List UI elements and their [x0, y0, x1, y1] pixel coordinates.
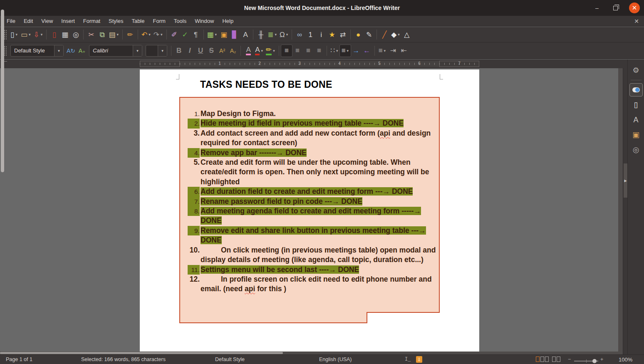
- save-button[interactable]: ⇩▾: [32, 29, 45, 40]
- sidebar-gallery-button[interactable]: ▣: [630, 129, 642, 141]
- align-right-button[interactable]: ≡: [303, 45, 314, 57]
- close-document-button[interactable]: ✕: [634, 18, 639, 25]
- menu-edit[interactable]: Edit: [20, 17, 37, 25]
- new-style-button[interactable]: A₊: [77, 45, 87, 57]
- update-style-button[interactable]: A↻: [65, 45, 77, 57]
- open-dropdown-arrow[interactable]: ▾: [28, 32, 31, 37]
- insert-cross-reference-button[interactable]: ⇄: [337, 29, 348, 40]
- sidebar-page-button[interactable]: ▯: [630, 99, 642, 111]
- paste-dropdown-arrow[interactable]: ▾: [116, 32, 119, 37]
- book-view-icon-b[interactable]: [557, 357, 560, 362]
- justify-button[interactable]: ≡: [314, 45, 324, 57]
- redo-dropdown-arrow[interactable]: ▾: [160, 32, 163, 37]
- sidebar-sidebar-settings-button[interactable]: ⚙: [630, 64, 642, 77]
- book-view-icon-a[interactable]: [552, 357, 556, 362]
- align-center-button[interactable]: ≡: [292, 45, 303, 57]
- spelling-check-button[interactable]: ✓: [180, 29, 191, 40]
- promote-button[interactable]: ←: [362, 45, 372, 57]
- show-draw-functions-button[interactable]: △: [401, 29, 412, 40]
- word-count[interactable]: Selected: 166 words, 865 characters: [81, 357, 166, 362]
- insert-image-button[interactable]: ▣: [218, 29, 229, 40]
- font-name-combo[interactable]: Calibri▾: [89, 45, 142, 57]
- redo-button[interactable]: ↷▾: [152, 29, 164, 40]
- font-color-button[interactable]: A▾: [254, 45, 265, 57]
- insert-bookmark-button[interactable]: ★: [327, 29, 337, 40]
- bullet-list-dropdown-arrow[interactable]: ▾: [336, 48, 339, 54]
- new-document-button[interactable]: ▯▾: [9, 29, 20, 40]
- toolbar-grip[interactable]: [4, 30, 7, 40]
- subscript-button[interactable]: A₂: [228, 45, 238, 57]
- font-size-dropdown[interactable]: ▾: [158, 45, 167, 56]
- insert-special-character-dropdown-arrow[interactable]: ▾: [286, 32, 289, 37]
- menu-format[interactable]: Format: [79, 17, 104, 25]
- paragraph-style-combo[interactable]: Default Style▾: [10, 45, 64, 57]
- insert-endnote-button[interactable]: i: [316, 29, 327, 40]
- horizontal-scrollbar[interactable]: [0, 352, 618, 354]
- clear-formatting-button[interactable]: A: [243, 45, 254, 57]
- basic-shapes-button[interactable]: ◆▾: [390, 29, 401, 40]
- sidebar-properties-button[interactable]: [630, 84, 642, 96]
- print-button[interactable]: ▦: [59, 29, 70, 40]
- font-name-dropdown[interactable]: ▾: [133, 45, 142, 56]
- find-and-replace-button[interactable]: ✐: [169, 29, 180, 40]
- align-left-button[interactable]: ≡: [281, 45, 292, 57]
- cut-button[interactable]: ✂: [86, 29, 97, 40]
- menu-tools[interactable]: Tools: [170, 17, 191, 25]
- bold-button[interactable]: B: [173, 45, 184, 57]
- demote-button[interactable]: →: [351, 45, 362, 57]
- new-document-dropdown-arrow[interactable]: ▾: [15, 32, 18, 37]
- numbered-list-dropdown-arrow[interactable]: ▾: [347, 48, 349, 54]
- zoom-slider[interactable]: [574, 361, 598, 362]
- paragraph-style-dropdown[interactable]: ▾: [54, 45, 63, 56]
- multi-page-view-icon-a[interactable]: [540, 357, 544, 362]
- menu-styles[interactable]: Styles: [104, 17, 127, 25]
- undo-dropdown-arrow[interactable]: ▾: [148, 32, 151, 37]
- page-style[interactable]: Default Style: [215, 357, 245, 362]
- horizontal-ruler[interactable]: 1234567: [140, 61, 479, 67]
- vertical-scrollbar[interactable]: [618, 68, 623, 354]
- minimize-button[interactable]: –: [592, 3, 602, 12]
- formatting-marks-button[interactable]: ¶: [191, 29, 201, 40]
- zoom-slider-thumb[interactable]: [592, 359, 597, 363]
- superscript-button[interactable]: A²: [217, 45, 228, 57]
- close-button[interactable]: ✕: [629, 2, 640, 13]
- font-color-dropdown-arrow[interactable]: ▾: [260, 48, 263, 54]
- save-status-icon[interactable]: ⇩: [416, 356, 422, 363]
- menu-file[interactable]: File: [2, 17, 20, 25]
- insert-hyperlink-button[interactable]: ∞: [294, 29, 305, 40]
- vertical-scrollbar-thumb[interactable]: [1, 10, 4, 172]
- insert-chart-button[interactable]: ▊: [229, 29, 240, 40]
- insert-field-dropdown-arrow[interactable]: ▾: [274, 32, 277, 37]
- copy-button[interactable]: ⧉: [97, 29, 107, 40]
- open-button[interactable]: ▭▾: [20, 29, 32, 40]
- font-size-combo[interactable]: ▾: [146, 45, 167, 57]
- text-language[interactable]: English (USA): [319, 357, 352, 362]
- sidebar-navigator-button[interactable]: ◎: [630, 144, 642, 156]
- restore-button[interactable]: [611, 3, 620, 12]
- multi-page-view-icon-b[interactable]: [545, 357, 549, 362]
- insert-table-button[interactable]: ▦▾: [206, 29, 219, 40]
- increase-indent-button[interactable]: ⇥: [388, 45, 399, 57]
- insert-special-character-button[interactable]: Ω▾: [278, 29, 290, 40]
- export-pdf-button[interactable]: ▯: [49, 29, 59, 40]
- horizontal-scrollbar-thumb[interactable]: [0, 352, 283, 354]
- sidebar-collapse-handle[interactable]: ▶: [624, 163, 627, 198]
- zoom-level[interactable]: 100%: [619, 357, 632, 363]
- strikethrough-button[interactable]: S: [206, 45, 217, 57]
- insert-comment-button[interactable]: ●: [353, 29, 364, 40]
- zoom-out-button[interactable]: −: [568, 357, 571, 362]
- highlight-color-button[interactable]: ✏▾: [265, 45, 277, 57]
- line-spacing-button[interactable]: ≡▾: [377, 45, 388, 57]
- print-preview-button[interactable]: ◎: [70, 29, 81, 40]
- menu-table[interactable]: Table: [127, 17, 149, 25]
- highlight-color-dropdown-arrow[interactable]: ▾: [272, 48, 275, 54]
- insert-line-button[interactable]: ╱: [379, 29, 390, 40]
- numbered-list-button[interactable]: ≡▾: [340, 45, 351, 57]
- insert-page-break-button[interactable]: ╫: [255, 29, 266, 40]
- insert-table-dropdown-arrow[interactable]: ▾: [215, 32, 218, 37]
- menu-insert[interactable]: Insert: [57, 17, 79, 25]
- italic-button[interactable]: I: [184, 45, 195, 57]
- basic-shapes-dropdown-arrow[interactable]: ▾: [397, 32, 400, 37]
- clone-formatting-button[interactable]: ✏: [125, 29, 136, 40]
- sidebar-styles-button[interactable]: A: [630, 114, 642, 126]
